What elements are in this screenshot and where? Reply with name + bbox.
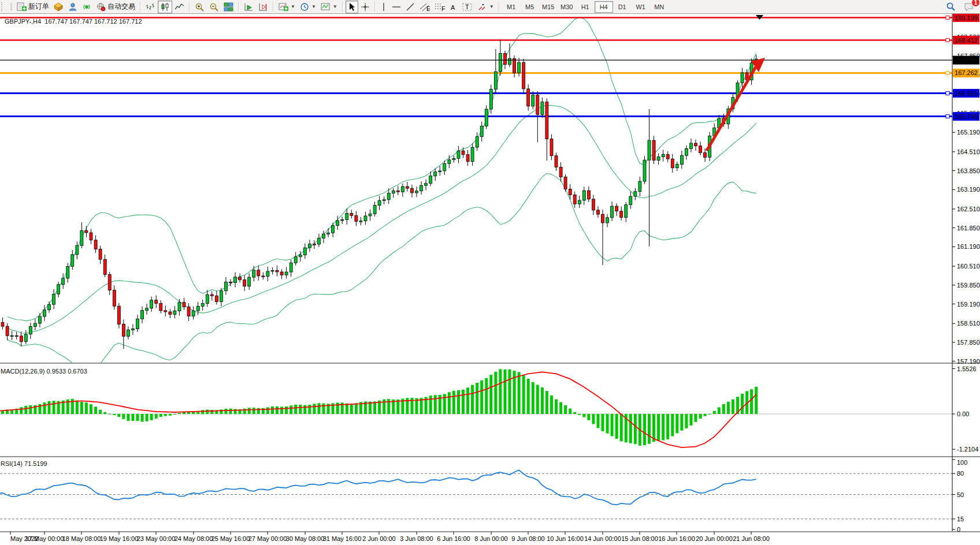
fibo-icon: F (435, 2, 445, 12)
hline-handle[interactable] (946, 72, 949, 75)
toolbar-separator (140, 2, 141, 12)
timeframe-d1-button[interactable]: D1 (613, 1, 632, 13)
price-badge-167.262: 167.262 (953, 69, 979, 77)
chevron-down-icon[interactable]: ▼ (333, 4, 337, 9)
svg-text:31 May 16:00: 31 May 16:00 (323, 535, 362, 542)
svg-text:161.850: 161.850 (957, 225, 980, 232)
svg-text:10 Jun 16:00: 10 Jun 16:00 (547, 535, 584, 542)
text-a-icon: A (450, 2, 458, 12)
trendline-button[interactable] (403, 1, 417, 13)
hline-handle[interactable] (946, 115, 949, 118)
timeframe-m5-button[interactable]: M5 (521, 1, 539, 13)
crosshair-button[interactable] (358, 1, 372, 13)
svg-text:157.190: 157.190 (957, 358, 980, 365)
equidistant-channel-button[interactable]: E (417, 1, 432, 13)
fibonacci-button[interactable]: F (432, 1, 447, 13)
svg-text:163.190: 163.190 (957, 186, 980, 193)
tile-windows-icon (224, 2, 233, 12)
chart-shift-icon (258, 2, 268, 12)
svg-text:168.412: 168.412 (955, 37, 978, 44)
svg-text:100: 100 (957, 459, 967, 466)
svg-text:165.190: 165.190 (957, 129, 980, 136)
hline-handle[interactable] (946, 92, 949, 95)
timeframe-m30-button[interactable]: M30 (558, 1, 576, 13)
chart-shift-button[interactable] (256, 1, 270, 13)
vertical-line-button[interactable] (378, 1, 389, 13)
search-button[interactable] (944, 1, 958, 13)
chevron-down-icon[interactable]: ▼ (291, 4, 295, 9)
cursor-button[interactable] (346, 1, 358, 13)
price-badge-169.199: 169.199 (953, 13, 979, 22)
timeframe-mn-button[interactable]: MN (650, 1, 669, 13)
candlestick-chart-button[interactable] (158, 1, 172, 13)
cursor-icon (348, 2, 356, 12)
notification-badge[interactable]: 1 (971, 0, 980, 7)
tile-windows-button[interactable] (221, 1, 236, 13)
templates-button[interactable]: ▼ (318, 1, 340, 13)
price-badge-166.555: 166.555 (953, 89, 979, 98)
indicators-button[interactable]: ▼ (276, 1, 298, 13)
svg-text:2 Jun 00:00: 2 Jun 00:00 (362, 535, 396, 542)
timeframe-h1-button[interactable]: H1 (576, 1, 595, 13)
toolbar-right-icons: 1 (944, 1, 980, 13)
svg-text:162.510: 162.510 (957, 206, 980, 212)
svg-text:A: A (451, 4, 455, 11)
autotrading-button[interactable]: 自动交易 (94, 1, 138, 13)
svg-text:159.850: 159.850 (957, 282, 980, 289)
price-axis: 168.530167.850167.190166.530165.850165.1… (952, 13, 980, 533)
svg-text:8 Jun 00:00: 8 Jun 00:00 (474, 535, 508, 542)
svg-text:1.5526: 1.5526 (957, 365, 977, 372)
clipped-toolbar-icon[interactable] (6, 1, 14, 13)
svg-text:19 May 16:00: 19 May 16:00 (100, 535, 139, 542)
bar-chart-button[interactable] (143, 1, 158, 13)
svg-text:0.00: 0.00 (957, 410, 969, 417)
line-chart-button[interactable] (172, 1, 187, 13)
svg-text:169.199: 169.199 (955, 14, 978, 21)
community-icon (68, 2, 77, 12)
chat-button[interactable]: 1 (962, 1, 977, 13)
signals-button[interactable] (80, 1, 94, 13)
timeframe-m15-button[interactable]: M15 (539, 1, 558, 13)
periods-button[interactable]: ▼ (298, 1, 318, 13)
timeframe-m1-button[interactable]: M1 (502, 1, 521, 13)
symbol-ohlc-label: GBPJPY-,H4 167.747 167.747 167.712 167.7… (5, 18, 142, 25)
trend-arrow-line[interactable] (707, 67, 756, 151)
horizontal-line-objects[interactable] (0, 16, 952, 118)
timeframe-h4-button[interactable]: H4 (595, 1, 613, 13)
new-order-button[interactable]: 新订单 (14, 1, 51, 13)
zoom-out-button[interactable] (207, 1, 221, 13)
timeframe-w1-button[interactable]: W1 (632, 1, 650, 13)
svg-text:23 May 00:00: 23 May 00:00 (137, 535, 176, 542)
chevron-down-icon[interactable]: ▼ (489, 4, 494, 9)
chart-canvas[interactable]: 168.530167.850167.190166.530165.850165.1… (0, 0, 980, 545)
toolbar-separator (499, 2, 500, 12)
hline-handle[interactable] (946, 39, 949, 42)
toolbar-button-label: 新订单 (28, 2, 49, 12)
zoom-in-icon (195, 2, 205, 12)
auto-scroll-button[interactable] (242, 1, 256, 13)
label-t-icon: T (462, 2, 473, 12)
svg-text:9 Jun 08:00: 9 Jun 08:00 (511, 535, 545, 542)
autotrade-icon (96, 2, 106, 12)
hline-handle[interactable] (946, 16, 949, 20)
chart-macd-divider[interactable] (0, 363, 980, 364)
svg-text:16 Jun 16:00: 16 Jun 16:00 (658, 535, 695, 542)
zoom-out-icon (209, 2, 219, 12)
community-button[interactable] (66, 1, 80, 13)
text-label-button[interactable]: T (460, 1, 475, 13)
macd-rsi-divider[interactable] (0, 456, 980, 457)
text-button[interactable]: A (447, 1, 460, 13)
templates-icon (321, 2, 331, 12)
zoom-in-button[interactable] (192, 1, 207, 13)
market-button[interactable] (51, 1, 66, 13)
arrows-button[interactable]: ▼ (475, 1, 496, 13)
toolbar-drag-handle[interactable] (1, 2, 5, 12)
vline-icon (380, 2, 387, 12)
svg-text:18 May 08:00: 18 May 08:00 (62, 535, 101, 542)
horizontal-line-button[interactable] (389, 1, 403, 13)
svg-text:158.510: 158.510 (957, 320, 980, 327)
time-axis[interactable]: May 202217 May 00:0018 May 08:0019 May 1… (10, 532, 770, 542)
rsi-panel (0, 470, 952, 519)
chevron-down-icon[interactable]: ▼ (311, 4, 316, 9)
rsi-time-divider[interactable] (0, 531, 980, 532)
